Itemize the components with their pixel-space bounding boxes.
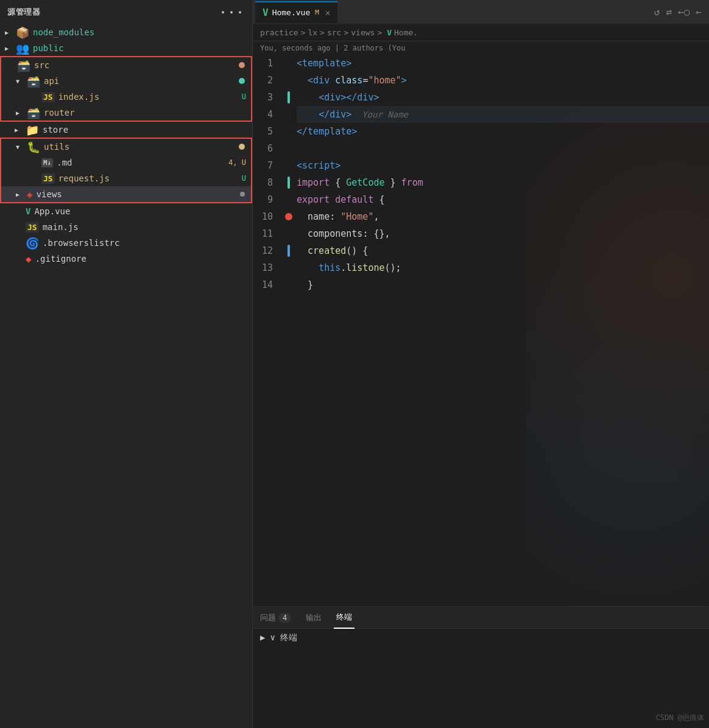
utils-dot <box>239 144 245 150</box>
token: export <box>297 191 330 208</box>
sep2: > <box>320 28 325 37</box>
sidebar-item-views[interactable]: ▶ ◈ views <box>1 186 251 202</box>
token: : {}, <box>362 225 390 242</box>
code-lines[interactable]: <template> <div class = "home" > <div></… <box>293 55 709 606</box>
breadcrumb: practice > lx > src > views > V Home. <box>253 24 709 41</box>
sidebar-item-src[interactable]: 🗃️ src <box>1 57 251 73</box>
tab-toolbar: ↺ ⇄ ←○ ← <box>654 6 707 18</box>
chevron-icon: ▶ <box>5 29 16 36</box>
problems-label: 问题 <box>260 612 276 623</box>
ln-14: 14 <box>253 276 278 293</box>
sidebar-item-public[interactable]: ▶ 👥 public <box>0 40 252 56</box>
token: { <box>330 174 346 191</box>
token: "Home" <box>340 208 373 225</box>
sidebar-item-gitignore[interactable]: ◆ .gitignore <box>0 251 252 267</box>
router-label: router <box>44 108 251 117</box>
history-icon[interactable]: ↺ <box>654 6 660 18</box>
ln-6: 6 <box>253 140 278 157</box>
browserslistrc-icon: 🌀 <box>26 237 39 250</box>
ln-7: 7 <box>253 157 278 174</box>
md-icon: M↓ <box>41 158 53 167</box>
views-dot <box>240 192 245 197</box>
store-icon: 📁 <box>26 124 39 136</box>
code-editor[interactable]: 1 2 3 4 5 6 7 8 9 10 11 12 13 14 <box>253 55 709 606</box>
gitignore-label: .gitignore <box>35 254 252 264</box>
sidebar-item-md[interactable]: M↓ .md 4, U <box>1 155 251 170</box>
utils-label: utils <box>44 142 239 152</box>
sidebar-title: 源管理器 <box>7 7 40 18</box>
terminal-expand-icon[interactable]: ▶ <box>260 632 265 642</box>
sidebar-header: 源管理器 ··· <box>0 0 252 24</box>
token: GetCode <box>346 174 384 191</box>
problems-badge: 4 <box>278 613 291 623</box>
sidebar-item-request-js[interactable]: JS request.js U <box>1 170 251 186</box>
more-options-icon[interactable]: ··· <box>219 5 245 19</box>
red-box-2: ▼ 🐛 utils M↓ .md 4, U JS request.js <box>0 138 252 203</box>
index-js-label: index.js <box>58 92 242 102</box>
sidebar-item-store[interactable]: ▶ 📁 store <box>0 122 252 138</box>
ln-5: 5 <box>253 123 278 140</box>
src-label: src <box>34 60 239 70</box>
tab-close-button[interactable]: × <box>325 8 330 18</box>
code-line-5: </template> <box>297 123 709 140</box>
chevron-icon: ▼ <box>16 78 27 85</box>
api-icon: 🗃️ <box>27 75 40 88</box>
gutter-green-bar-8 <box>287 177 290 189</box>
sidebar-item-app-vue[interactable]: V App.vue <box>0 203 252 219</box>
public-icon: 👥 <box>16 42 29 55</box>
sidebar-content: ▶ 📦 node_modules ▶ 👥 public 🗃️ src <box>0 24 252 728</box>
token: listone <box>346 259 384 276</box>
breadcrumb-vue-icon: V <box>387 28 392 37</box>
utils-icon: 🐛 <box>27 141 40 153</box>
go-back-icon[interactable]: ←○ <box>678 6 690 18</box>
breakpoint-10[interactable] <box>285 213 292 220</box>
ln-3: 3 <box>253 89 278 106</box>
nav-back-icon[interactable]: ← <box>696 6 702 18</box>
token: "home" <box>368 72 401 89</box>
index-js-badge: U <box>242 93 246 101</box>
tab-home-vue[interactable]: V Home.vue M × <box>255 1 337 23</box>
sidebar-item-main-js[interactable]: JS main.js <box>0 219 252 235</box>
vue-icon: V <box>26 206 30 216</box>
tab-modified-badge: M <box>315 9 319 16</box>
ln-13: 13 <box>253 259 278 276</box>
code-line-10: name : "Home" , <box>297 208 709 225</box>
gutter-11 <box>284 225 293 242</box>
sidebar: 源管理器 ··· ▶ 📦 node_modules ▶ 👥 public <box>0 0 253 728</box>
sidebar-item-browserslistrc[interactable]: 🌀 .browserslistrc <box>0 235 252 251</box>
chevron-icon: ▶ <box>15 127 26 133</box>
gutter-5 <box>284 123 293 140</box>
bottom-panel: 问题 4 输出 终端 ▶ ∨ 终端 <box>253 606 709 728</box>
token: </div> <box>319 106 351 123</box>
split-icon[interactable]: ⇄ <box>666 6 672 18</box>
tab-output[interactable]: 输出 <box>303 607 324 629</box>
token: <template> <box>297 55 351 72</box>
request-js-label: request.js <box>58 173 242 183</box>
tab-terminal[interactable]: 终端 <box>334 607 354 629</box>
token: . <box>340 259 346 276</box>
watermark: CSDN @疤痕体 <box>656 713 704 723</box>
token: </template> <box>297 123 357 140</box>
token: created <box>308 242 346 259</box>
ln-9: 9 <box>253 191 278 208</box>
code-line-9: export default { <box>297 191 709 208</box>
sidebar-item-router[interactable]: ▶ 🗃️ router <box>1 105 251 121</box>
sep4: > <box>377 28 382 37</box>
router-icon: 🗃️ <box>27 107 40 119</box>
sidebar-item-api[interactable]: ▼ 🗃️ api <box>1 73 251 89</box>
store-label: store <box>43 125 252 135</box>
sidebar-item-index-js[interactable]: JS index.js U <box>1 89 251 105</box>
tab-problems[interactable]: 问题 4 <box>258 607 294 629</box>
public-label: public <box>33 43 252 53</box>
gutter-12 <box>284 242 293 259</box>
code-line-8: import { GetCode } from <box>297 174 709 191</box>
token <box>297 89 319 106</box>
node-modules-label: node_modules <box>33 27 252 37</box>
node-modules-icon: 📦 <box>16 26 29 39</box>
blame-text: You, seconds ago | 2 authors (You <box>260 44 405 52</box>
sidebar-item-utils[interactable]: ▼ 🐛 utils <box>1 139 251 155</box>
gutter-6 <box>284 140 293 157</box>
gutter-7 <box>284 157 293 174</box>
breadcrumb-homevue: Home. <box>394 28 418 37</box>
sidebar-item-node-modules[interactable]: ▶ 📦 node_modules <box>0 24 252 40</box>
